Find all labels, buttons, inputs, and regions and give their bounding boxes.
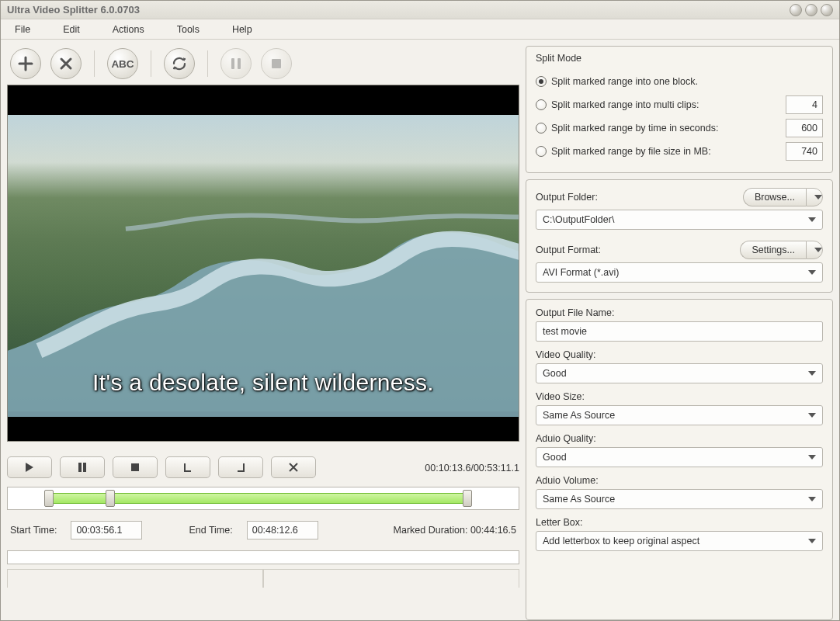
output-folder-combo[interactable]: C:\OutputFolder\ <box>536 210 823 230</box>
chevron-down-icon <box>814 248 822 252</box>
minimize-button[interactable] <box>790 4 802 16</box>
output-format-label: Output Format: <box>536 245 601 255</box>
toolbar-separator <box>151 50 151 77</box>
svg-rect-0 <box>231 58 234 69</box>
left-pane: ABC <box>7 46 519 620</box>
main-content: ABC <box>1 40 839 620</box>
svg-rect-2 <box>272 59 281 68</box>
tab-placeholder[interactable] <box>263 569 519 588</box>
chevron-down-icon <box>808 270 816 275</box>
playback-controls: 00:10:13.6/00:53:11.1 <box>7 451 519 484</box>
window-controls <box>790 4 833 16</box>
menu-tools[interactable]: Tools <box>177 24 200 35</box>
browse-dropdown-button[interactable] <box>806 188 823 206</box>
settings-dropdown-button[interactable] <box>806 241 823 259</box>
mark-start-button[interactable] <box>165 456 210 478</box>
total-time: 00:53:11.1 <box>474 463 519 474</box>
video-size-label: Video Size: <box>536 391 823 402</box>
audio-quality-label: Aduio Quality: <box>536 433 823 444</box>
timeline-end-thumb[interactable] <box>463 490 472 507</box>
menu-actions[interactable]: Actions <box>113 24 144 35</box>
stop-icon <box>271 58 282 69</box>
start-time-label: Start Time: <box>10 525 57 536</box>
start-time-input[interactable] <box>71 521 142 539</box>
split-mode-group: Split Mode Split marked range into one b… <box>526 46 833 173</box>
bottom-tabs <box>7 569 519 588</box>
pause-icon <box>230 57 242 70</box>
output-format-value: AVI Format (*.avi) <box>543 267 619 278</box>
remove-file-button[interactable] <box>50 48 82 79</box>
video-quality-label: Video Quality: <box>536 349 823 360</box>
chevron-down-icon <box>814 195 822 199</box>
file-size-input[interactable] <box>786 142 823 161</box>
play-icon <box>25 462 34 473</box>
pause-conversion-button[interactable] <box>220 48 252 79</box>
menu-edit[interactable]: Edit <box>63 24 80 35</box>
filename-label: Output File Name: <box>536 307 823 318</box>
clear-marks-button[interactable] <box>271 456 316 478</box>
tab-placeholder[interactable] <box>7 569 263 588</box>
menu-file[interactable]: File <box>15 24 30 35</box>
end-time-label: End Time: <box>189 525 232 536</box>
settings-group: Output File Name: Video Quality: Good Vi… <box>526 299 833 620</box>
svg-rect-3 <box>78 463 82 472</box>
mark-end-button[interactable] <box>218 456 263 478</box>
stop-button[interactable] <box>113 456 158 478</box>
video-quality-combo[interactable]: Good <box>536 363 823 383</box>
settings-button[interactable]: Settings... <box>740 241 806 259</box>
split-option-time[interactable]: Split marked range by time in seconds: <box>536 116 823 140</box>
x-icon <box>59 57 73 71</box>
title-bar: Ultra Video Splitter 6.0.0703 <box>1 1 839 19</box>
browse-button[interactable]: Browse... <box>743 188 806 206</box>
toolbar-separator <box>207 50 208 77</box>
audio-quality-combo[interactable]: Good <box>536 447 823 467</box>
radio-icon <box>536 76 547 87</box>
close-button[interactable] <box>821 4 833 16</box>
audio-volume-combo[interactable]: Same As Source <box>536 489 823 509</box>
end-time-input[interactable] <box>247 521 318 539</box>
maximize-button[interactable] <box>805 4 817 16</box>
chevron-down-icon <box>808 413 816 418</box>
marked-duration-value: 00:44:16.5 <box>470 525 516 536</box>
chevron-down-icon <box>808 217 816 222</box>
progress-bar <box>7 550 519 564</box>
time-seconds-input[interactable] <box>786 119 823 137</box>
video-size-combo[interactable]: Same As Source <box>536 405 823 425</box>
multi-clips-input[interactable] <box>786 95 823 114</box>
split-option-block[interactable]: Split marked range into one block. <box>536 70 823 93</box>
time-readout: 00:10:13.6/00:53:11.1 <box>425 462 519 474</box>
split-option-multi[interactable]: Split marked range into multi clips: <box>536 93 823 116</box>
timeline-start-thumb[interactable] <box>44 490 54 507</box>
svg-rect-5 <box>131 463 139 471</box>
timeline-range[interactable] <box>7 487 519 510</box>
timeline-playhead-thumb[interactable] <box>106 490 115 507</box>
play-button[interactable] <box>7 456 52 478</box>
x-icon <box>288 462 299 473</box>
split-option-size[interactable]: Split marked range by file size in MB: <box>536 140 823 163</box>
window-title: Ultra Video Splitter 6.0.0703 <box>7 4 140 16</box>
refresh-icon <box>171 55 188 72</box>
radio-icon <box>536 146 547 157</box>
pause-button[interactable] <box>60 456 105 478</box>
menu-help[interactable]: Help <box>232 24 252 35</box>
letter-box-combo[interactable]: Add letterbox to keep original aspect <box>536 531 823 551</box>
chevron-down-icon <box>808 371 816 376</box>
toolbar-separator <box>94 50 95 77</box>
convert-button[interactable] <box>164 48 195 79</box>
filename-input[interactable] <box>536 321 823 342</box>
current-time: 00:10:13.6 <box>425 463 470 474</box>
rename-button[interactable]: ABC <box>107 48 138 79</box>
chevron-down-icon <box>808 539 816 543</box>
output-format-combo[interactable]: AVI Format (*.avi) <box>536 262 823 283</box>
marked-duration: Marked Duration: 00:44:16.5 <box>394 525 516 536</box>
pause-icon <box>78 462 87 473</box>
add-file-button[interactable] <box>10 48 41 79</box>
svg-rect-1 <box>238 58 241 69</box>
letter-box-label: Letter Box: <box>536 517 823 528</box>
radio-icon <box>536 123 547 134</box>
stop-conversion-button[interactable] <box>261 48 292 79</box>
radio-icon <box>536 99 547 110</box>
video-preview[interactable]: It's a desolate, silent wilderness. <box>7 85 519 442</box>
plus-icon <box>18 56 33 71</box>
menu-bar: File Edit Actions Tools Help <box>1 19 839 40</box>
